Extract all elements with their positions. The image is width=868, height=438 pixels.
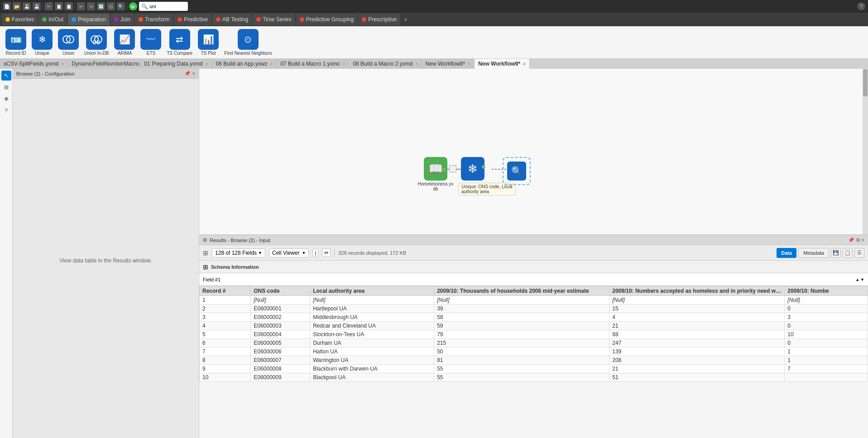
fit-icon[interactable]: ⇔ [322,248,331,257]
doc-tab-preparing-data[interactable]: 01 Preparing Data.yxmd × [140,59,212,69]
canvas-area[interactable]: 📖 Homelessness.yxdb ❄ Unique: ONS code, … [199,69,868,438]
search-input[interactable] [149,4,186,9]
ts-plot-icon: 📊 [198,29,219,50]
results-options-icon[interactable]: ☰ [854,248,864,258]
doc-tab-csv-split[interactable]: sCSV-SplitFields.yxmd × [0,59,68,69]
close-build-app[interactable]: × [270,62,273,67]
union-tool[interactable]: Union [56,28,81,57]
schema-field-down-icon[interactable]: ▼ [860,277,864,282]
results-header: ⊞ Results - Browse (2) - Input 📌 ⧉ × [199,235,868,245]
doc-tab-dynamic-field[interactable]: DynamicFieldNumberMacro.yxmc × [68,59,140,69]
doc-tab-new-workflow9[interactable]: New Workflow9* × [475,59,530,69]
table-row: 8E06000007Warrington UA812081 [200,356,868,365]
find-nearest-tool[interactable]: ⊙ Find Nearest Neighbors [222,28,274,57]
arima-tool[interactable]: 📈 ARIMA [112,28,137,57]
open-icon[interactable]: 📂 [13,2,21,10]
table-row: 3E06000002Middlesbrough UA5843 [200,313,868,322]
results-expand-icon[interactable]: ⊞ [203,237,207,243]
paste-icon[interactable]: 📋 [65,2,73,10]
sidebar-pan-tool[interactable]: ✥ [1,94,11,104]
canvas-vscroll-thumb[interactable] [863,69,868,96]
tab-favorites[interactable]: Favorites [2,14,38,25]
close-preparing-data[interactable]: × [206,62,208,67]
unique-node-icon: ❄ [461,157,484,181]
tab-inout[interactable]: In/Out [38,14,67,25]
config-close-icon[interactable]: × [192,71,195,76]
col-header-col5[interactable]: 2009/10: Numbers accepted as homeless an… [609,286,785,296]
results-pin-icon[interactable]: 📌 [848,237,854,243]
col-header-col6[interactable]: 2009/10: Numbe [785,286,868,296]
save-all-icon[interactable]: 💾 [33,2,41,10]
tab-prescriptive[interactable]: Prescriptive [358,14,400,25]
cell-r9-c5: 21 [609,365,785,373]
add-tab-button[interactable]: + [401,14,410,24]
doc-tab-build-macro2[interactable]: 08 Build a Macro 2.yxmd × [349,59,422,69]
cell-r3-c3: Middlesbrough UA [310,313,434,322]
ts-compare-tool[interactable]: ⇄ TS Compare [165,28,194,57]
sidebar-comment-tool[interactable]: ? [1,106,11,116]
col-header-area[interactable]: Local authority area [310,286,434,296]
tab-preparation[interactable]: Preparation [68,14,110,25]
tab-predictive-grouping[interactable]: Predictive Grouping [296,14,357,25]
data-button[interactable]: Data [777,248,796,258]
col-header-ons[interactable]: ONS code [251,286,310,296]
record-id-tool[interactable]: 🪪 Record ID [4,28,28,57]
view-toggle-icon[interactable]: | [312,249,318,257]
undo-icon[interactable]: ↩ [77,2,85,10]
cell-r6-c5: 247 [609,339,785,348]
close-new-workflow8[interactable]: × [468,62,470,67]
results-detach-icon[interactable]: ⧉ [856,237,860,243]
sidebar-pointer-tool[interactable]: ↖ [1,71,11,81]
cell-r10-c6 [785,373,868,382]
close-build-macro2[interactable]: × [415,62,418,67]
data-table-container[interactable]: Record # ONS code Local authority area 2… [199,286,868,438]
ets-tool[interactable]: 〰 ETS [139,28,163,57]
metadata-button[interactable]: Metadata [798,248,829,258]
fields-selector[interactable]: 128 of 128 Fields ▼ [212,248,265,257]
zoom-fit-icon[interactable]: ⊡ [107,2,115,10]
tab-predictive[interactable]: Predictive [174,14,211,25]
tab-transform[interactable]: Transform [135,14,173,25]
results-close-icon[interactable]: × [862,237,864,243]
close-build-macro1[interactable]: × [343,62,345,67]
cut-icon[interactable]: ✂ [45,2,53,10]
save-results-icon[interactable]: 💾 [831,248,841,258]
run-button[interactable]: ▶ [129,2,137,10]
config-pin-icon[interactable]: 📌 [184,71,191,76]
ts-plot-tool[interactable]: 📊 TS Plot [196,28,221,57]
close-new-workflow9[interactable]: × [523,62,526,67]
schema-field-input[interactable] [203,277,855,282]
arima-icon: 📈 [114,29,135,50]
cell-r2-c5: 15 [609,305,785,313]
doc-tab-build-app[interactable]: 06 Build an App.yxwz × [212,59,277,69]
zoom-in-icon[interactable]: 🔍 [117,2,125,10]
cell-viewer-selector[interactable]: Cell Viewer ▼ [269,248,309,257]
close-csv-split[interactable]: × [61,62,64,67]
schema-field-up-icon[interactable]: ▲ [855,277,859,282]
unique-node[interactable]: ❄ [461,157,484,181]
input-node[interactable]: 📖 Homelessness.yxdb [417,157,454,191]
save-table-icon[interactable]: 📋 [843,248,853,258]
col-header-record[interactable]: Record # [200,286,251,296]
sidebar-marquee-tool[interactable]: ⊞ [1,82,11,92]
redo-icon[interactable]: ↪ [87,2,95,10]
save-icon[interactable]: 💾 [23,2,31,10]
new-file-icon[interactable]: 📄 [3,2,11,10]
doc-tab-build-macro1[interactable]: 07 Build a Macro 1.yxmc × [277,59,349,69]
cell-r1-c5: [Null] [609,296,785,305]
tab-join[interactable]: Join [110,14,134,25]
tab-time-series[interactable]: Time Series [253,14,295,25]
ets-icon: 〰 [140,29,161,50]
col-header-col4[interactable]: 2009/10: Thousands of households 2006 mi… [434,286,609,296]
tab-ab-testing[interactable]: AB Testing [212,14,252,25]
doc-tab-new-workflow8[interactable]: New Workflow8* × [422,59,475,69]
tool-category-tabs: Favorites In/Out Preparation Join Transf… [0,13,868,26]
copy-icon[interactable]: 📋 [55,2,63,10]
unique-tool[interactable]: ❄ Unique [30,28,54,57]
union-in-db-tool[interactable]: DB Union In-DB [82,28,110,57]
refresh-icon[interactable]: 🔄 [97,2,105,10]
grid-view-icon[interactable]: ⊞ [203,249,208,257]
search-bar[interactable]: 🔍 [139,2,188,11]
connector-box [449,165,456,172]
help-icon[interactable]: ? [857,2,865,10]
